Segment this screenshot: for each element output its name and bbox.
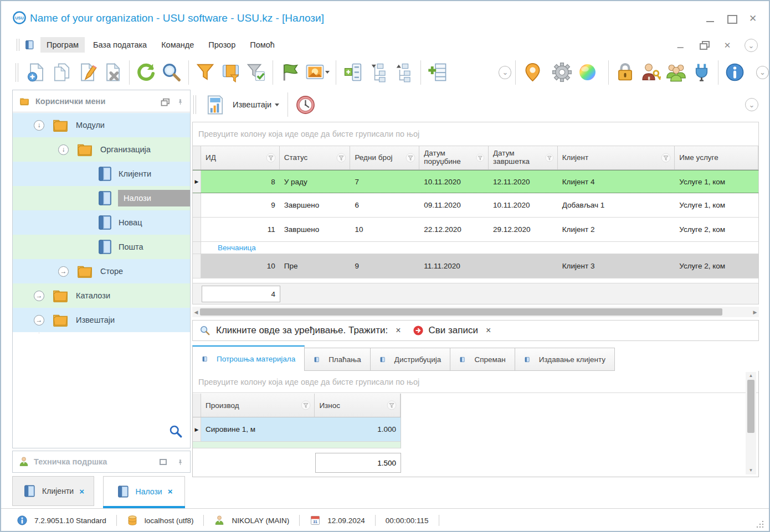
user-group-button[interactable] bbox=[663, 58, 689, 87]
toolbar-options-chevron[interactable]: ⌄ bbox=[756, 66, 769, 79]
resize-grip[interactable] bbox=[756, 520, 763, 528]
lock-button[interactable] bbox=[613, 58, 638, 87]
collapse-arrow-icon[interactable]: ↓ bbox=[34, 120, 44, 131]
cell-Редни број[interactable]: 10 bbox=[350, 218, 419, 241]
refresh-button[interactable] bbox=[134, 58, 159, 87]
filter-apply-button[interactable] bbox=[243, 58, 269, 87]
user-key-button[interactable] bbox=[638, 58, 664, 87]
filter-button[interactable] bbox=[193, 58, 218, 87]
column-header-Редни број[interactable]: Редни број bbox=[350, 146, 419, 169]
filter-icon[interactable] bbox=[387, 400, 397, 410]
filter-icon[interactable] bbox=[661, 153, 671, 163]
location-pin-button[interactable] bbox=[520, 58, 545, 87]
tech-support-panel[interactable]: Техничка подршка bbox=[12, 451, 191, 473]
cell-ИД[interactable]: 9 bbox=[201, 193, 280, 217]
vertical-scrollbar[interactable]: ▲ ▼ bbox=[746, 372, 756, 474]
filter-icon[interactable] bbox=[336, 153, 346, 163]
close-button[interactable]: ✕ bbox=[747, 14, 759, 23]
tree-collapse-button[interactable] bbox=[366, 58, 391, 87]
expand-arrow-icon[interactable]: → bbox=[34, 291, 44, 301]
settings-gear-button[interactable] bbox=[550, 58, 575, 87]
tab-Дистрибуција[interactable]: Дистрибуција bbox=[371, 348, 451, 371]
cell-ИД[interactable]: 8 bbox=[201, 171, 280, 193]
cell-Редни број[interactable]: 6 bbox=[350, 193, 419, 217]
cell-Производ[interactable]: Сировине 1, м bbox=[201, 417, 315, 441]
cell-Статус[interactable]: Завршено bbox=[280, 218, 351, 241]
scroll-up-arrow[interactable]: ▲ bbox=[749, 372, 753, 380]
cell-Клијент[interactable]: Клијент 2 bbox=[558, 218, 675, 241]
filter-icon[interactable] bbox=[405, 153, 415, 163]
scheduler-clock-button[interactable] bbox=[292, 90, 319, 119]
dropdown-arrow-icon[interactable] bbox=[325, 71, 330, 74]
cell-Име услуге[interactable]: Услуге 2, ком bbox=[675, 254, 758, 278]
tree-expand-button[interactable] bbox=[391, 58, 417, 87]
expand-arrow-icon[interactable]: → bbox=[58, 266, 69, 277]
column-header-Производ[interactable]: Производ bbox=[201, 394, 315, 417]
table-row[interactable]: 10Пре911.11.2020Клијент 3Услуге 2, ком bbox=[193, 254, 758, 278]
column-header-Статус[interactable]: Статус bbox=[280, 146, 351, 169]
filter-window-button[interactable] bbox=[218, 58, 243, 87]
add-row-button[interactable] bbox=[425, 58, 450, 87]
close-tab-icon[interactable]: × bbox=[168, 487, 173, 496]
cell-Статус[interactable]: Пре bbox=[280, 254, 351, 278]
table-row[interactable]: ▶8У раду710.11.202012.11.2020Клијент 4Ус… bbox=[193, 170, 758, 193]
sidebar-item-Каталози[interactable]: →Каталози bbox=[13, 283, 190, 308]
cell-Датум завршетка[interactable] bbox=[489, 254, 558, 278]
go-arrow-icon[interactable] bbox=[412, 324, 424, 337]
tab-Плаћања[interactable]: Плаћања bbox=[305, 348, 371, 371]
cell-Датум поруџбине[interactable]: 11.11.2020 bbox=[419, 254, 489, 278]
cell-Статус[interactable]: У раду bbox=[280, 171, 351, 193]
cell-Датум завршетка[interactable]: 29.12.2020 bbox=[489, 218, 558, 241]
mdi-restore-button[interactable] bbox=[698, 41, 710, 50]
collapse-arrow-icon[interactable]: ↓ bbox=[58, 144, 69, 155]
filter-icon[interactable] bbox=[301, 400, 311, 410]
search-button[interactable] bbox=[159, 58, 184, 87]
cell-Датум поруџбине[interactable]: 22.12.2020 bbox=[419, 218, 489, 241]
table-row[interactable]: 11Завршено1022.12.202029.12.2020Клијент … bbox=[193, 218, 758, 242]
cell-Име услуге[interactable]: Услуге 1, ком bbox=[675, 171, 758, 193]
column-header-ИД[interactable]: ИД bbox=[201, 146, 280, 169]
info-button[interactable] bbox=[722, 58, 748, 87]
column-header-Клијент[interactable]: Клијент bbox=[558, 146, 675, 169]
copy-document-button[interactable] bbox=[49, 58, 75, 87]
cell-ИД[interactable]: 11 bbox=[201, 218, 280, 241]
sidebar-item-Извештаји[interactable]: →Извештаји bbox=[13, 308, 190, 332]
sidebar-item-Сторе[interactable]: →Сторе bbox=[13, 259, 190, 283]
sidebar-item-Модули[interactable]: ↓Модули bbox=[13, 113, 190, 137]
date-label[interactable]: 12.09.2024 bbox=[327, 516, 365, 525]
database-label[interactable]: localhost (utf8) bbox=[145, 516, 194, 525]
document-tab-Клијенти[interactable]: Клијенти× bbox=[12, 476, 94, 506]
scrollbar-thumb[interactable] bbox=[747, 380, 754, 433]
scope-clear-icon[interactable]: × bbox=[486, 326, 491, 335]
filter-clear-icon[interactable]: × bbox=[396, 326, 401, 335]
tab-Потрошња материјала[interactable]: Потрошња материјала bbox=[192, 345, 305, 371]
cell-Датум поруџбине[interactable]: 09.11.2020 bbox=[419, 193, 489, 217]
cell-Клијент[interactable]: Клијент 4 bbox=[558, 171, 675, 193]
menu-База података[interactable]: База података bbox=[87, 37, 153, 53]
reports-button-label[interactable]: Извештаји bbox=[233, 100, 271, 109]
toolbar-options-chevron[interactable]: ⌄ bbox=[745, 39, 758, 52]
menu-Команде[interactable]: Команде bbox=[155, 37, 200, 53]
preview-label[interactable]: Венчаница bbox=[201, 242, 256, 254]
filter-bar[interactable]: Кликните овде за уређивање. Тражити: × С… bbox=[192, 320, 759, 341]
color-wheel-button[interactable] bbox=[575, 58, 600, 87]
mdi-close-button[interactable]: ✕ bbox=[721, 41, 733, 50]
new-document-button[interactable] bbox=[24, 58, 49, 87]
tab-Издавање клијенту[interactable]: Издавање клијенту bbox=[515, 348, 615, 371]
sidebar-item-Пошта[interactable]: Пошта bbox=[13, 235, 190, 259]
menu-Прозор[interactable]: Прозор bbox=[202, 37, 242, 53]
cell-Клијент[interactable]: Добављач 1 bbox=[558, 193, 675, 217]
cell-Статус[interactable]: Завршено bbox=[280, 193, 351, 217]
sidebar-item-Организација[interactable]: ↓Организација bbox=[13, 137, 190, 162]
minimize-button[interactable] bbox=[705, 14, 717, 23]
sidebar-item-Новац[interactable]: Новац bbox=[13, 210, 190, 235]
scroll-down-arrow[interactable]: ▼ bbox=[749, 467, 753, 474]
edit-document-button[interactable] bbox=[74, 58, 100, 87]
filter-icon[interactable] bbox=[476, 153, 485, 163]
expand-arrow-icon[interactable]: → bbox=[34, 315, 44, 326]
sidebar-pin-icon[interactable] bbox=[177, 98, 184, 105]
reports-button[interactable] bbox=[202, 90, 228, 119]
column-header-Износ[interactable]: Износ bbox=[315, 394, 401, 417]
cell-Име услуге[interactable]: Услуге 2, ком bbox=[675, 218, 758, 241]
cell-Клијент[interactable]: Клијент 3 bbox=[558, 254, 675, 278]
